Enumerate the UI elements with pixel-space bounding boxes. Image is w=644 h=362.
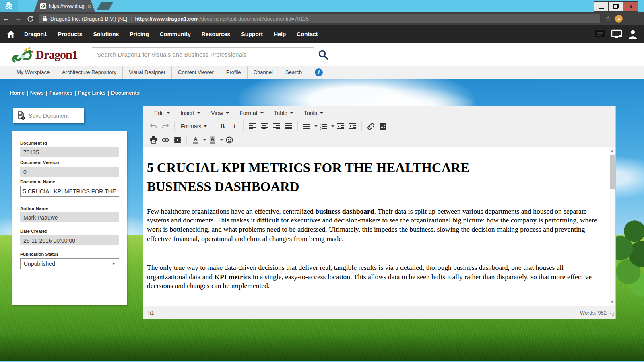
ws-item-channel[interactable]: Channel	[247, 66, 279, 79]
indent-button[interactable]	[347, 121, 359, 132]
align-justify-button[interactable]	[283, 121, 295, 132]
incognito-button[interactable]	[0, 0, 18, 12]
tab-close-icon[interactable]: ×	[87, 3, 91, 9]
scroll-up-arrow-icon[interactable]	[611, 150, 614, 152]
print-icon	[150, 136, 157, 144]
menu-table[interactable]: Table	[269, 106, 299, 119]
chevron-down-icon[interactable]	[314, 125, 318, 127]
resize-grip[interactable]	[610, 313, 611, 314]
text-color-button[interactable]: A	[190, 135, 202, 145]
emoticons-button[interactable]	[223, 135, 235, 145]
reload-button[interactable]	[24, 15, 36, 22]
insert-media-button[interactable]	[171, 135, 184, 145]
editor-statusbar: h1 Words: 962	[143, 306, 615, 319]
menu-insert[interactable]: Insert	[175, 106, 206, 119]
url-field[interactable]: Dragon1 Inc. (Dragon1 B.V.) [NL] | https…	[39, 14, 600, 23]
ws-item-architecture-repository[interactable]: Architecture Repository	[56, 66, 122, 79]
user-icon[interactable]	[628, 29, 638, 39]
tab-title: https://www.dragon1.cor	[49, 3, 85, 9]
italic-button[interactable]: I	[228, 121, 240, 132]
editor-content-area[interactable]: 5 CRUCIAL KPI METRICS FOR THE HEALTHCARE…	[143, 147, 615, 306]
ws-item-profile[interactable]: Profile	[220, 66, 247, 79]
breadcrumb-documents[interactable]: Documents	[111, 90, 140, 96]
nav-item-solutions[interactable]: Solutions	[93, 31, 119, 37]
align-right-button[interactable]	[270, 121, 283, 132]
breadcrumb-news[interactable]: News	[30, 90, 44, 96]
chevron-down-icon[interactable]	[331, 125, 334, 127]
up-arrow-icon	[617, 17, 621, 20]
menu-edit[interactable]: Edit	[149, 106, 175, 119]
chevron-down-icon[interactable]	[203, 139, 206, 141]
close-button[interactable]: X	[623, 1, 638, 12]
messages-icon[interactable]	[594, 29, 605, 39]
insert-link-button[interactable]	[365, 121, 377, 132]
toolbar-separator	[213, 121, 213, 131]
formats-dropdown[interactable]: Formats	[178, 121, 210, 132]
undo-button[interactable]	[147, 121, 159, 132]
scrollbar-thumb[interactable]	[610, 155, 615, 189]
preview-button[interactable]	[159, 135, 171, 145]
menu-tools[interactable]: Tools	[299, 106, 328, 119]
insert-image-button[interactable]	[377, 121, 389, 132]
element-path[interactable]: h1	[148, 310, 154, 316]
search-button[interactable]	[318, 49, 328, 60]
back-button[interactable]: ←	[0, 14, 12, 23]
breadcrumb-separator: |	[27, 90, 28, 96]
document-heading: 5 CRUCIAL KPI METRICS FOR THE HEALTHCARE…	[147, 158, 604, 196]
forward-button[interactable]: →	[12, 14, 24, 23]
menu-view[interactable]: View	[206, 106, 234, 119]
breadcrumb-favorites[interactable]: Favorites	[49, 90, 72, 96]
chevron-down-icon[interactable]	[220, 139, 223, 141]
nav-item-support[interactable]: Support	[241, 31, 263, 37]
nav-item-contact[interactable]: Contact	[297, 31, 318, 37]
print-button[interactable]	[147, 135, 159, 145]
dragon1-logo[interactable]: Dragon1	[11, 45, 92, 64]
align-center-button[interactable]	[258, 121, 270, 132]
scroll-down-arrow-icon[interactable]	[611, 301, 614, 303]
ws-item-my-workplace[interactable]: My Workplace	[10, 66, 56, 79]
nav-item-help[interactable]: Help	[274, 31, 286, 37]
publication-status-label: Publication Status	[20, 252, 119, 257]
media-icon	[173, 137, 182, 143]
document-name-input[interactable]	[20, 186, 119, 197]
ws-item-content-viewer[interactable]: Content Viewer	[171, 66, 220, 79]
save-document-button[interactable]: Save Document	[13, 108, 84, 123]
info-icon[interactable]: i	[315, 68, 323, 76]
browser-tab[interactable]: https://www.dragon1.cor ×	[34, 0, 95, 12]
formats-label: Formats	[181, 123, 201, 130]
home-icon	[6, 30, 15, 38]
site-search-input[interactable]	[92, 47, 314, 62]
breadcrumb-page-links[interactable]: Page Links	[78, 90, 106, 96]
new-tab-button[interactable]	[97, 2, 114, 10]
nav-item-dragon1[interactable]: Dragon1	[24, 31, 47, 37]
restore-button[interactable]	[609, 1, 623, 12]
publication-status-select[interactable]: Unpublished ▼	[20, 258, 119, 269]
breadcrumb-separator: |	[46, 90, 47, 96]
outdent-button[interactable]	[334, 121, 347, 132]
redo-button[interactable]	[159, 121, 171, 132]
nav-item-resources[interactable]: Resources	[202, 31, 231, 37]
align-left-button[interactable]	[246, 121, 258, 132]
background-color-button[interactable]: A	[206, 135, 219, 145]
paragraph-bold-text: KPI metrics	[214, 273, 251, 281]
bold-button[interactable]: B	[216, 121, 228, 132]
display-icon[interactable]	[611, 29, 622, 39]
editor-scrollbar[interactable]	[609, 147, 615, 306]
nav-item-pricing[interactable]: Pricing	[130, 31, 149, 37]
menu-edit-label: Edit	[154, 110, 164, 116]
nav-item-products[interactable]: Products	[58, 31, 83, 37]
browser-update-badge[interactable]	[615, 15, 623, 23]
ws-item-visual-designer[interactable]: Visual Designer	[122, 66, 171, 79]
minimize-button[interactable]	[594, 1, 609, 12]
bullet-list-button[interactable]	[301, 121, 313, 132]
numbered-list-button[interactable]: 123	[318, 121, 330, 132]
ws-item-search[interactable]: Search	[279, 66, 308, 79]
smiley-icon	[226, 136, 233, 144]
document-body[interactable]: 5 CRUCIAL KPI METRICS FOR THE HEALTHCARE…	[143, 147, 609, 306]
nav-item-community[interactable]: Community	[160, 31, 191, 37]
menu-format[interactable]: Format	[234, 106, 268, 119]
restore-icon	[613, 4, 619, 9]
breadcrumb-home[interactable]: Home	[10, 90, 25, 96]
bookmark-star-icon[interactable]: ☆	[605, 14, 611, 23]
home-button[interactable]	[6, 30, 15, 38]
